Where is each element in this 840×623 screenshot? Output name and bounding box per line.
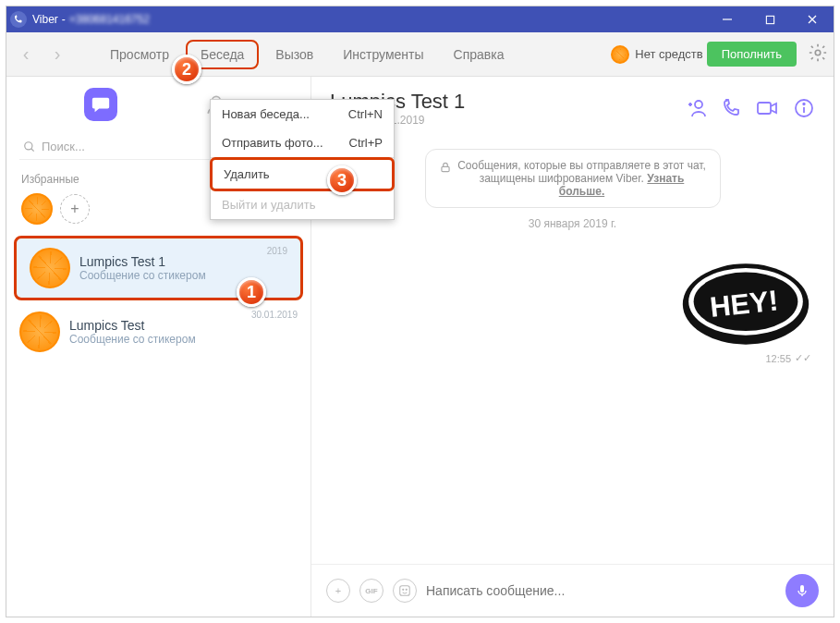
svg-point-22 xyxy=(406,589,407,590)
sticker-button[interactable] xyxy=(393,579,417,603)
svg-rect-15 xyxy=(441,166,448,171)
svg-point-14 xyxy=(803,104,805,105)
search-placeholder: Поиск... xyxy=(42,140,85,153)
viber-logo-icon xyxy=(10,11,27,28)
chat-date: 30.01.2019 xyxy=(251,310,298,320)
nav-forward-button[interactable]: › xyxy=(43,41,71,68)
svg-rect-1 xyxy=(766,16,773,23)
topup-button[interactable]: Пополнить xyxy=(707,42,797,67)
info-button[interactable] xyxy=(793,97,815,119)
svg-rect-23 xyxy=(800,585,804,592)
menu-new-chat[interactable]: Новая беседа...Ctrl+N xyxy=(211,100,394,128)
svg-rect-20 xyxy=(400,586,410,596)
video-call-button[interactable] xyxy=(756,97,780,119)
contact-avatar-icon xyxy=(30,248,70,288)
gif-button[interactable]: GIF xyxy=(359,579,383,603)
minimize-button[interactable] xyxy=(706,6,749,32)
chat-name: Lumpics Test 1 xyxy=(79,254,287,269)
attach-button[interactable]: + xyxy=(326,579,350,603)
voice-message-button[interactable] xyxy=(785,574,819,607)
credit-status[interactable]: Нет средств xyxy=(611,45,702,64)
date-separator: 30 января 2019 г. xyxy=(330,217,815,230)
settings-button[interactable] xyxy=(808,43,828,67)
svg-rect-11 xyxy=(758,103,771,114)
menu-bar: ‹ › Просмотр Беседа Вызов Инструменты Сп… xyxy=(6,32,834,77)
menu-call[interactable]: Вызов xyxy=(262,42,326,67)
message-time: 12:55 xyxy=(765,353,791,364)
menu-exit-delete: Выйти и удалить xyxy=(211,190,394,219)
svg-point-4 xyxy=(815,50,821,55)
phone-number: +380681416752 xyxy=(69,13,150,26)
chat-preview: Сообщение со стикером xyxy=(69,333,298,346)
menu-send-photo[interactable]: Отправить фото...Ctrl+P xyxy=(211,128,394,157)
svg-point-8 xyxy=(695,101,702,108)
menu-view[interactable]: Просмотр xyxy=(97,42,182,67)
read-status-icon: ✓✓ xyxy=(795,352,811,364)
viber-out-icon xyxy=(611,45,629,64)
credit-label: Нет средств xyxy=(635,47,702,61)
tab-chats[interactable] xyxy=(84,88,117,121)
svg-point-6 xyxy=(25,141,32,149)
contact-avatar-icon xyxy=(19,312,60,352)
annotation-badge-1: 1 xyxy=(237,277,266,307)
message-input[interactable] xyxy=(426,583,776,598)
hey-sticker-icon: HEY! xyxy=(676,258,815,350)
titlebar: Viber - +380681416752 xyxy=(6,6,834,32)
audio-call-button[interactable] xyxy=(721,97,743,119)
chat-date: 2019 xyxy=(267,246,287,256)
lock-icon xyxy=(439,161,452,177)
app-name: Viber xyxy=(32,13,58,26)
message-input-bar: + GIF xyxy=(311,564,834,617)
nav-back-button[interactable]: ‹ xyxy=(12,41,40,68)
menu-delete[interactable]: Удалить xyxy=(210,157,395,191)
maximize-button[interactable] xyxy=(749,6,791,32)
svg-point-21 xyxy=(403,589,404,590)
menu-help[interactable]: Справка xyxy=(441,42,517,67)
menu-tools[interactable]: Инструменты xyxy=(330,42,436,67)
svg-line-7 xyxy=(31,148,34,151)
encryption-notice: Сообщения, которые вы отправляете в этот… xyxy=(425,149,721,208)
annotation-badge-3: 3 xyxy=(327,165,357,195)
chat-list-item[interactable]: Lumpics Test Сообщение со стикером 30.01… xyxy=(6,302,310,361)
add-favorite-button[interactable]: + xyxy=(60,194,90,224)
message-sticker: HEY! 12:55 ✓✓ xyxy=(330,258,815,364)
favorite-contact-avatar[interactable] xyxy=(21,193,53,225)
add-contact-button[interactable] xyxy=(686,97,708,119)
close-button[interactable] xyxy=(791,6,834,32)
chat-menu-dropdown: Новая беседа...Ctrl+N Отправить фото...C… xyxy=(210,99,395,220)
annotation-badge-2: 2 xyxy=(172,55,201,84)
chat-name: Lumpics Test xyxy=(69,318,298,333)
